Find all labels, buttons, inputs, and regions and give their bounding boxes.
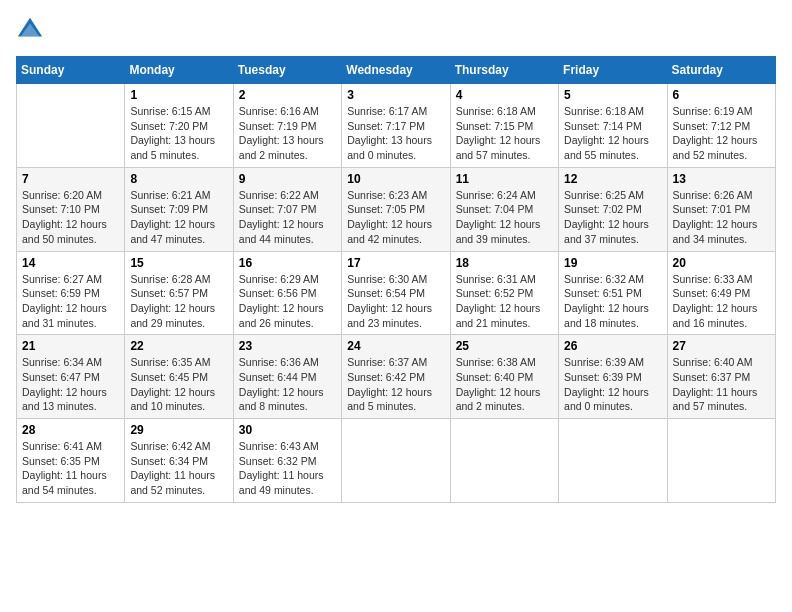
day-info: Sunrise: 6:21 AM Sunset: 7:09 PM Dayligh… (130, 188, 227, 247)
day-number: 19 (564, 256, 661, 270)
day-info: Sunrise: 6:37 AM Sunset: 6:42 PM Dayligh… (347, 355, 444, 414)
day-number: 28 (22, 423, 119, 437)
day-cell: 25Sunrise: 6:38 AM Sunset: 6:40 PM Dayli… (450, 335, 558, 419)
day-info: Sunrise: 6:18 AM Sunset: 7:15 PM Dayligh… (456, 104, 553, 163)
day-cell: 20Sunrise: 6:33 AM Sunset: 6:49 PM Dayli… (667, 251, 775, 335)
day-number: 14 (22, 256, 119, 270)
day-cell: 12Sunrise: 6:25 AM Sunset: 7:02 PM Dayli… (559, 167, 667, 251)
day-number: 2 (239, 88, 336, 102)
day-cell (559, 419, 667, 503)
day-info: Sunrise: 6:23 AM Sunset: 7:05 PM Dayligh… (347, 188, 444, 247)
day-number: 15 (130, 256, 227, 270)
day-info: Sunrise: 6:35 AM Sunset: 6:45 PM Dayligh… (130, 355, 227, 414)
day-number: 30 (239, 423, 336, 437)
day-number: 22 (130, 339, 227, 353)
day-number: 11 (456, 172, 553, 186)
day-number: 24 (347, 339, 444, 353)
day-info: Sunrise: 6:31 AM Sunset: 6:52 PM Dayligh… (456, 272, 553, 331)
day-cell: 16Sunrise: 6:29 AM Sunset: 6:56 PM Dayli… (233, 251, 341, 335)
week-row-2: 7Sunrise: 6:20 AM Sunset: 7:10 PM Daylig… (17, 167, 776, 251)
day-cell: 28Sunrise: 6:41 AM Sunset: 6:35 PM Dayli… (17, 419, 125, 503)
day-info: Sunrise: 6:38 AM Sunset: 6:40 PM Dayligh… (456, 355, 553, 414)
day-number: 25 (456, 339, 553, 353)
day-cell: 6Sunrise: 6:19 AM Sunset: 7:12 PM Daylig… (667, 84, 775, 168)
day-info: Sunrise: 6:26 AM Sunset: 7:01 PM Dayligh… (673, 188, 770, 247)
day-cell: 27Sunrise: 6:40 AM Sunset: 6:37 PM Dayli… (667, 335, 775, 419)
day-cell: 17Sunrise: 6:30 AM Sunset: 6:54 PM Dayli… (342, 251, 450, 335)
day-number: 8 (130, 172, 227, 186)
day-info: Sunrise: 6:30 AM Sunset: 6:54 PM Dayligh… (347, 272, 444, 331)
day-number: 23 (239, 339, 336, 353)
day-number: 10 (347, 172, 444, 186)
day-number: 9 (239, 172, 336, 186)
day-cell: 30Sunrise: 6:43 AM Sunset: 6:32 PM Dayli… (233, 419, 341, 503)
day-number: 18 (456, 256, 553, 270)
calendar-header: SundayMondayTuesdayWednesdayThursdayFrid… (17, 57, 776, 84)
day-info: Sunrise: 6:20 AM Sunset: 7:10 PM Dayligh… (22, 188, 119, 247)
day-cell: 7Sunrise: 6:20 AM Sunset: 7:10 PM Daylig… (17, 167, 125, 251)
header-cell-saturday: Saturday (667, 57, 775, 84)
day-cell: 23Sunrise: 6:36 AM Sunset: 6:44 PM Dayli… (233, 335, 341, 419)
day-cell: 11Sunrise: 6:24 AM Sunset: 7:04 PM Dayli… (450, 167, 558, 251)
day-info: Sunrise: 6:15 AM Sunset: 7:20 PM Dayligh… (130, 104, 227, 163)
day-cell: 21Sunrise: 6:34 AM Sunset: 6:47 PM Dayli… (17, 335, 125, 419)
header-row: SundayMondayTuesdayWednesdayThursdayFrid… (17, 57, 776, 84)
day-info: Sunrise: 6:43 AM Sunset: 6:32 PM Dayligh… (239, 439, 336, 498)
day-number: 12 (564, 172, 661, 186)
day-info: Sunrise: 6:22 AM Sunset: 7:07 PM Dayligh… (239, 188, 336, 247)
logo-icon (16, 16, 44, 44)
day-cell: 14Sunrise: 6:27 AM Sunset: 6:59 PM Dayli… (17, 251, 125, 335)
day-cell: 15Sunrise: 6:28 AM Sunset: 6:57 PM Dayli… (125, 251, 233, 335)
day-info: Sunrise: 6:24 AM Sunset: 7:04 PM Dayligh… (456, 188, 553, 247)
day-info: Sunrise: 6:32 AM Sunset: 6:51 PM Dayligh… (564, 272, 661, 331)
day-number: 4 (456, 88, 553, 102)
day-info: Sunrise: 6:36 AM Sunset: 6:44 PM Dayligh… (239, 355, 336, 414)
page-header (16, 16, 776, 44)
day-info: Sunrise: 6:40 AM Sunset: 6:37 PM Dayligh… (673, 355, 770, 414)
day-number: 13 (673, 172, 770, 186)
day-number: 17 (347, 256, 444, 270)
day-cell: 5Sunrise: 6:18 AM Sunset: 7:14 PM Daylig… (559, 84, 667, 168)
day-cell: 2Sunrise: 6:16 AM Sunset: 7:19 PM Daylig… (233, 84, 341, 168)
day-info: Sunrise: 6:39 AM Sunset: 6:39 PM Dayligh… (564, 355, 661, 414)
day-cell (667, 419, 775, 503)
day-number: 7 (22, 172, 119, 186)
week-row-5: 28Sunrise: 6:41 AM Sunset: 6:35 PM Dayli… (17, 419, 776, 503)
day-cell: 1Sunrise: 6:15 AM Sunset: 7:20 PM Daylig… (125, 84, 233, 168)
day-cell: 4Sunrise: 6:18 AM Sunset: 7:15 PM Daylig… (450, 84, 558, 168)
day-number: 16 (239, 256, 336, 270)
header-cell-friday: Friday (559, 57, 667, 84)
week-row-3: 14Sunrise: 6:27 AM Sunset: 6:59 PM Dayli… (17, 251, 776, 335)
day-cell: 22Sunrise: 6:35 AM Sunset: 6:45 PM Dayli… (125, 335, 233, 419)
day-cell: 3Sunrise: 6:17 AM Sunset: 7:17 PM Daylig… (342, 84, 450, 168)
day-number: 20 (673, 256, 770, 270)
day-info: Sunrise: 6:41 AM Sunset: 6:35 PM Dayligh… (22, 439, 119, 498)
day-cell: 9Sunrise: 6:22 AM Sunset: 7:07 PM Daylig… (233, 167, 341, 251)
header-cell-tuesday: Tuesday (233, 57, 341, 84)
day-number: 29 (130, 423, 227, 437)
day-info: Sunrise: 6:19 AM Sunset: 7:12 PM Dayligh… (673, 104, 770, 163)
day-number: 26 (564, 339, 661, 353)
day-number: 21 (22, 339, 119, 353)
day-info: Sunrise: 6:27 AM Sunset: 6:59 PM Dayligh… (22, 272, 119, 331)
day-info: Sunrise: 6:34 AM Sunset: 6:47 PM Dayligh… (22, 355, 119, 414)
day-cell (17, 84, 125, 168)
day-info: Sunrise: 6:25 AM Sunset: 7:02 PM Dayligh… (564, 188, 661, 247)
header-cell-thursday: Thursday (450, 57, 558, 84)
header-cell-monday: Monday (125, 57, 233, 84)
day-cell: 19Sunrise: 6:32 AM Sunset: 6:51 PM Dayli… (559, 251, 667, 335)
calendar-body: 1Sunrise: 6:15 AM Sunset: 7:20 PM Daylig… (17, 84, 776, 503)
day-info: Sunrise: 6:17 AM Sunset: 7:17 PM Dayligh… (347, 104, 444, 163)
day-cell (342, 419, 450, 503)
day-number: 6 (673, 88, 770, 102)
week-row-1: 1Sunrise: 6:15 AM Sunset: 7:20 PM Daylig… (17, 84, 776, 168)
day-info: Sunrise: 6:18 AM Sunset: 7:14 PM Dayligh… (564, 104, 661, 163)
day-cell: 24Sunrise: 6:37 AM Sunset: 6:42 PM Dayli… (342, 335, 450, 419)
day-cell: 18Sunrise: 6:31 AM Sunset: 6:52 PM Dayli… (450, 251, 558, 335)
day-number: 5 (564, 88, 661, 102)
day-info: Sunrise: 6:33 AM Sunset: 6:49 PM Dayligh… (673, 272, 770, 331)
day-number: 1 (130, 88, 227, 102)
logo (16, 16, 46, 44)
day-info: Sunrise: 6:29 AM Sunset: 6:56 PM Dayligh… (239, 272, 336, 331)
day-info: Sunrise: 6:16 AM Sunset: 7:19 PM Dayligh… (239, 104, 336, 163)
